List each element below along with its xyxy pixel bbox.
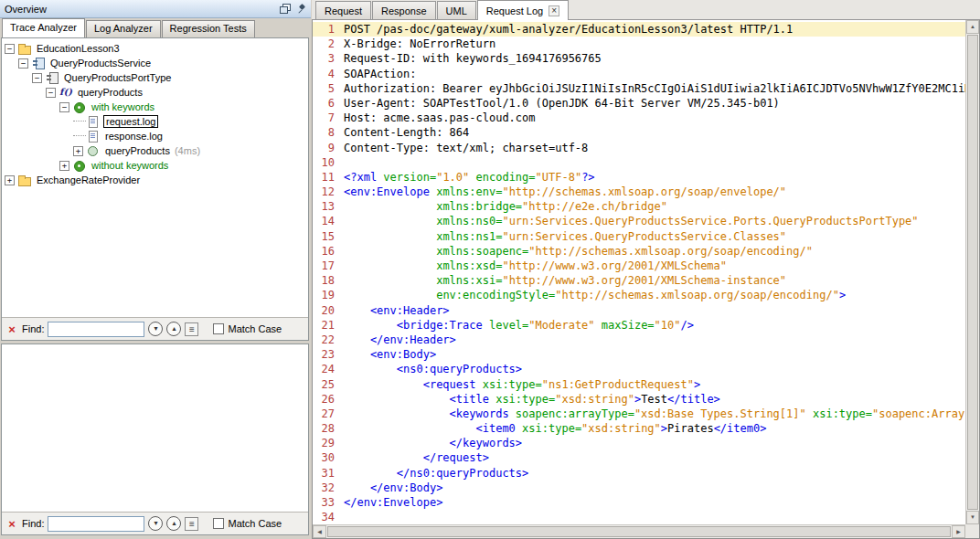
tree-node-response-log[interactable]: response.log (3, 129, 307, 143)
tab-log-analyzer[interactable]: Log Analyzer (86, 20, 161, 37)
code-line-28[interactable]: 28 <item0 xsi:type="xsd:string">Pirates<… (313, 421, 965, 436)
minus-handle-icon[interactable]: − (32, 73, 42, 83)
tree-node-queryproductsservice[interactable]: −QueryProductsService (3, 56, 307, 70)
scroll-right-icon[interactable]: ▶ (952, 525, 965, 538)
code-line-11[interactable]: 11<?xml version="1.0" encoding="UTF-8"?> (313, 170, 965, 185)
tab-regression-tests[interactable]: Regression Tests (162, 20, 255, 37)
editor-box: 1POST /pas-doc/gateway/xuml-analyzer/Edu… (312, 20, 980, 539)
code-line-14[interactable]: 14 xmlns:ns0="urn:Services.QueryProducts… (313, 214, 965, 228)
horizontal-scrollbar[interactable]: ◀ ▶ (313, 524, 965, 538)
find-input[interactable] (48, 516, 144, 532)
find-next-button[interactable]: ▾ (148, 322, 163, 336)
code-line-30[interactable]: 30 </request> (313, 450, 965, 465)
find-next-button[interactable]: ▾ (148, 516, 163, 531)
code-line-31[interactable]: 31 </ns0:queryProducts> (313, 466, 965, 481)
code-line-9[interactable]: 9Content-Type: text/xml; charset=utf-8 (313, 141, 965, 155)
code-line-22[interactable]: 22 </env:Header> (313, 333, 965, 347)
duration-badge: (4ms) (175, 145, 200, 156)
code-line-13[interactable]: 13 xmlns:bridge="http://e2e.ch/bridge" (313, 199, 965, 214)
vertical-scrollbar[interactable]: ▲ ▼ (965, 20, 979, 524)
code-line-32[interactable]: 32 </env:Body> (313, 481, 965, 495)
line-number: 8 (313, 125, 344, 140)
editor-tab-response[interactable]: Response (372, 1, 436, 19)
code-line-23[interactable]: 23 <env:Body> (313, 347, 965, 362)
code-line-8[interactable]: 8Content-Length: 864 (313, 125, 965, 140)
code-line-5[interactable]: 5Authorization: Bearer eyJhbGciOiJSUzI1N… (313, 81, 965, 96)
find-prev-button[interactable]: ▴ (166, 322, 181, 336)
tree-node-queryproductsporttype[interactable]: −QueryProductsPortType (3, 70, 307, 85)
minus-handle-icon[interactable]: − (5, 44, 15, 54)
close-find-icon[interactable]: × (5, 518, 18, 530)
tree-node-with-keywords[interactable]: −with keywords (3, 100, 307, 114)
code-token: </env:Header> (344, 333, 456, 346)
vertical-scroll-thumb[interactable] (967, 35, 978, 510)
code-line-19[interactable]: 19 env:encodingStyle="http://schemas.xml… (313, 288, 965, 302)
float-window-icon[interactable] (280, 4, 291, 14)
match-case-checkbox[interactable] (213, 518, 224, 529)
line-content: </ns0:queryProducts> (344, 467, 528, 480)
code-line-7[interactable]: 7Host: acme.saas.pas-cloud.com (313, 111, 965, 125)
plus-handle-icon[interactable]: + (5, 175, 15, 185)
line-content: <item0 xsi:type="xsd:string">Pirates</it… (344, 422, 766, 435)
highlight-results-button[interactable]: ≡ (185, 322, 198, 336)
tree-node-request-log[interactable]: request.log (3, 114, 307, 129)
code-line-2[interactable]: 2X-Bridge: NoErrorReturn (313, 37, 965, 51)
tree-node-educationlesson3[interactable]: −EducationLesson3 (3, 41, 307, 56)
plus-handle-icon[interactable]: + (59, 161, 69, 171)
test-icon (72, 100, 87, 113)
code-line-29[interactable]: 29 </keywords> (313, 436, 965, 450)
line-content: <env:Envelope xmlns:env="http://schemas.… (344, 185, 786, 198)
scroll-up-icon[interactable]: ▲ (966, 20, 979, 34)
minus-handle-icon[interactable]: − (59, 102, 69, 112)
code-line-6[interactable]: 6User-Agent: SOAPTestTool/1.0 (OpenJDK 6… (313, 96, 965, 111)
code-line-1[interactable]: 1POST /pas-doc/gateway/xuml-analyzer/Edu… (313, 22, 965, 37)
line-number: 21 (313, 318, 344, 333)
code-line-18[interactable]: 18 xmlns:xsi="http://www.w3.org/2001/XML… (313, 273, 965, 288)
code-line-25[interactable]: 25 <request xsi:type="ns1:GetProductRequ… (313, 377, 965, 392)
match-case-checkbox[interactable] (213, 323, 224, 334)
scroll-left-icon[interactable]: ◀ (313, 525, 326, 538)
code-line-12[interactable]: 12<env:Envelope xmlns:env="http://schema… (313, 185, 965, 199)
plus-handle-icon[interactable]: + (73, 146, 83, 156)
code-line-21[interactable]: 21 <bridge:Trace level="Moderate" maxSiz… (313, 318, 965, 333)
tree-node-queryproducts[interactable]: +queryProducts(4ms) (3, 143, 307, 158)
find-input[interactable] (48, 322, 144, 337)
find-prev-button[interactable]: ▴ (166, 516, 181, 531)
overview-header[interactable]: Overview (0, 0, 311, 18)
minus-handle-icon[interactable]: − (46, 88, 56, 98)
minus-handle-icon[interactable]: − (18, 58, 28, 69)
editor-tab-uml[interactable]: UML (437, 1, 476, 19)
tab-trace-analyzer[interactable]: Trace Analyzer (2, 18, 85, 37)
code-editor[interactable]: 1POST /pas-doc/gateway/xuml-analyzer/Edu… (313, 20, 965, 524)
highlight-results-button[interactable]: ≡ (185, 517, 198, 531)
code-line-15[interactable]: 15 xmlns:ns1="urn:Services.QueryProducts… (313, 229, 965, 244)
scroll-down-icon[interactable]: ▼ (966, 511, 979, 524)
line-content: </request> (344, 451, 489, 464)
detail-panel: × Find: ▾ ▴ ≡ Match Case (1, 343, 309, 535)
service-icon (31, 57, 46, 69)
tree-node-without-keywords[interactable]: +without keywords (3, 158, 307, 173)
code-line-20[interactable]: 20 <env:Header> (313, 303, 965, 318)
line-content: POST /pas-doc/gateway/xuml-analyzer/Educ… (344, 23, 793, 36)
code-line-34[interactable]: 34 (313, 510, 965, 524)
tree-node-exchangerateprovider[interactable]: +ExchangeRateProvider (3, 173, 307, 187)
code-line-4[interactable]: 4SOAPAction: (313, 67, 965, 81)
code-line-24[interactable]: 24 <ns0:queryProducts> (313, 362, 965, 376)
code-token (806, 407, 813, 420)
close-find-icon[interactable]: × (5, 323, 18, 335)
line-content: </keywords> (344, 437, 522, 449)
code-line-27[interactable]: 27 <keywords soapenc:arrayType="xsd:Base… (313, 407, 965, 421)
editor-tab-request[interactable]: Request (315, 1, 371, 19)
pin-window-icon[interactable] (296, 4, 306, 15)
code-line-10[interactable]: 10 (313, 155, 965, 170)
code-line-16[interactable]: 16 xmlns:soapenc="http://schemas.xmlsoap… (313, 244, 965, 259)
code-line-26[interactable]: 26 <title xsi:type="xsd:string">Test</ti… (313, 392, 965, 407)
line-content: env:encodingStyle="http://schemas.xmlsoa… (344, 289, 846, 301)
editor-tab-request-log[interactable]: Request Log× (477, 0, 569, 20)
tree-node-queryproducts[interactable]: −f()queryProducts (3, 85, 307, 100)
code-line-17[interactable]: 17 xmlns:xsd="http://www.w3.org/2001/XML… (313, 259, 965, 273)
code-line-33[interactable]: 33</env:Envelope> (313, 495, 965, 510)
close-tab-icon[interactable]: × (549, 5, 559, 16)
code-line-3[interactable]: 3Request-ID: with keywords_1694176956765 (313, 51, 965, 66)
horizontal-scroll-thumb[interactable] (327, 526, 951, 537)
